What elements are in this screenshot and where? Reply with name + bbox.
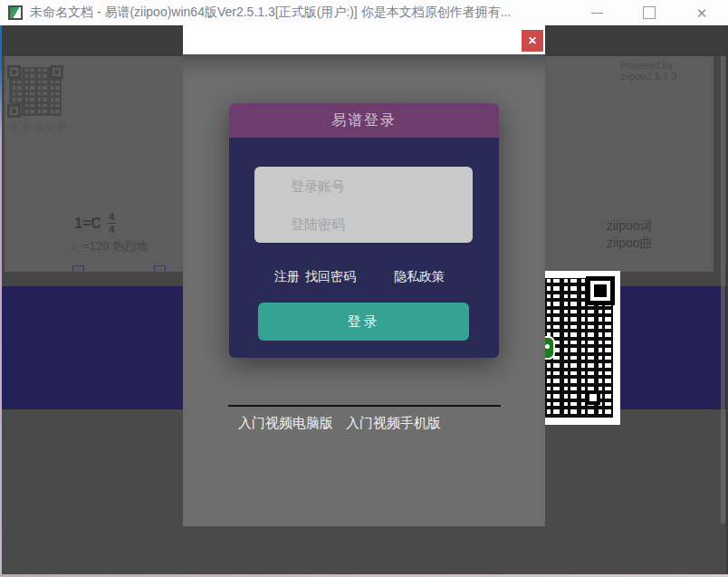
links-left: 注册 找回密码 [274, 269, 356, 285]
qr-finder-icon [7, 65, 21, 79]
minimize-icon [591, 13, 603, 14]
modal-body: 易谱登录 注册 找回密码 隐私政策 [183, 54, 545, 526]
qr-alignment-icon [586, 390, 600, 405]
qr-finder-icon [7, 104, 21, 118]
close-icon: ✕ [696, 6, 708, 20]
window-controls: ✕ [570, 0, 728, 25]
quarter-note-icon: ♩ [71, 239, 82, 253]
window-left-edge [0, 25, 2, 574]
login-modal: ✕ 易谱登录 注册 找回密码 隐私政策 [183, 25, 545, 526]
credits-block: ziipoo词 ziipoo曲 [607, 217, 653, 252]
password-input[interactable] [254, 205, 473, 243]
app-logo-icon [8, 5, 23, 20]
music-credit: ziipoo曲 [607, 235, 653, 252]
qr-finder-icon [586, 276, 615, 305]
qr-caption: 未命名文档 [10, 120, 69, 135]
score-qr-code-small [7, 65, 63, 118]
login-panel: 易谱登录 注册 找回密码 隐私政策 [229, 103, 499, 358]
lyrics-credit: ziipoo词 [607, 217, 653, 235]
window-title: 未命名文档 - 易谱(ziipoo)win64版Ver2.5.1.3[正式版(用… [30, 5, 511, 21]
title-bar: 未命名文档 - 易谱(ziipoo)win64版Ver2.5.1.3[正式版(用… [0, 0, 728, 25]
login-submit-button[interactable]: 登录 [258, 303, 469, 341]
tempo-marking: ♩=120 热烈地 [71, 238, 148, 255]
qr-finder-icon [50, 65, 63, 79]
links-right: 隐私政策 [394, 269, 445, 285]
key-signature: 1=C 4 4 [74, 212, 116, 235]
maximize-icon [643, 6, 656, 19]
time-signature: 4 4 [108, 212, 116, 235]
tutorial-video-pc-link[interactable]: 入门视频电脑版 [238, 415, 333, 432]
app-window: 未命名文档 - 易谱(ziipoo)win64版Ver2.5.1.3[正式版(用… [0, 0, 728, 577]
recover-password-link[interactable]: 找回密码 [305, 269, 356, 285]
login-panel-title: 易谱登录 [229, 103, 499, 138]
modal-top-bar: ✕ [183, 25, 545, 54]
minimize-button[interactable] [570, 0, 623, 25]
close-window-button[interactable]: ✕ [675, 0, 728, 25]
login-panel-body: 注册 找回密码 隐私政策 登录 [229, 138, 499, 358]
vertical-scrollbar[interactable] [721, 56, 725, 524]
tutorial-video-mobile-link[interactable]: 入门视频手机版 [346, 415, 441, 432]
modal-close-button[interactable]: ✕ [522, 30, 543, 52]
privacy-policy-link[interactable]: 隐私政策 [394, 269, 445, 284]
register-link[interactable]: 注册 [274, 269, 300, 285]
maximize-button[interactable] [623, 0, 675, 25]
key-text: 1=C [74, 216, 101, 232]
account-input[interactable] [254, 167, 473, 205]
login-inputs-group [254, 167, 473, 243]
powered-by-text: Powered by ziipoo2.5.1.3 [620, 60, 714, 82]
divider-line [228, 405, 501, 407]
login-links-row: 注册 找回密码 隐私政策 [229, 269, 499, 285]
tutorial-video-links: 入门视频电脑版 入门视频手机版 [238, 415, 441, 432]
